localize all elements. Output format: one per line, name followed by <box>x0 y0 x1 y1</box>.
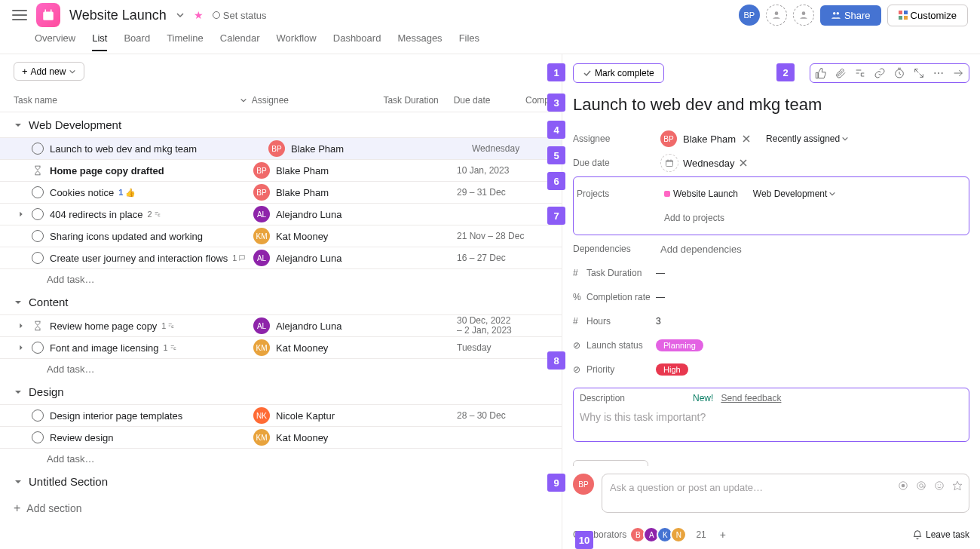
check-circle-icon[interactable] <box>32 230 44 242</box>
due-date-cell[interactable]: Wednesday <box>472 143 544 154</box>
assignee-name[interactable]: Blake Pham <box>683 133 736 145</box>
assignee-cell[interactable]: KMKat Mooney <box>253 228 386 244</box>
col-assignee[interactable]: Assignee <box>252 95 384 106</box>
assignee-cell[interactable]: ALAlejandro Luna <box>253 206 386 222</box>
tab-timeline[interactable]: Timeline <box>167 32 204 51</box>
tab-overview[interactable]: Overview <box>35 32 75 51</box>
remove-assignee-icon[interactable] <box>742 134 751 143</box>
custom-field-row[interactable]: %Completion rate— <box>573 285 969 309</box>
star-outline-icon[interactable] <box>952 480 963 491</box>
section-header[interactable]: Design <box>0 379 562 404</box>
task-row[interactable]: Review home page copy1 ALAlejandro Luna3… <box>0 314 562 336</box>
assignee-cell[interactable]: BPBlake Pham <box>268 140 401 157</box>
task-row[interactable]: Design interior page templatesNKNicole K… <box>0 404 562 426</box>
set-status-button[interactable]: Set status <box>213 10 267 21</box>
custom-field-row[interactable]: ⊘Launch statusPlanning <box>573 333 969 357</box>
col-duedate[interactable]: Due date <box>454 95 525 106</box>
section-header[interactable]: Untitled Section <box>0 469 562 494</box>
thumbs-up-icon[interactable] <box>815 67 827 79</box>
due-date-cell[interactable]: 29 – 31 Dec <box>457 187 529 198</box>
expand-icon[interactable] <box>17 344 25 351</box>
remove-date-icon[interactable] <box>739 158 748 167</box>
add-member-avatar[interactable] <box>766 5 787 26</box>
hamburger-icon[interactable] <box>12 10 27 20</box>
task-row[interactable]: Sharing icons updated and workingKMKat M… <box>0 225 562 247</box>
col-task-name[interactable]: Task name <box>14 95 57 106</box>
add-new-button[interactable]: + Add new <box>14 62 84 81</box>
add-dependencies-button[interactable]: Add dependencies <box>660 244 742 255</box>
description-input[interactable] <box>580 408 963 437</box>
tab-files[interactable]: Files <box>459 32 479 51</box>
add-collaborator-button[interactable]: + <box>715 527 730 542</box>
due-date-cell[interactable]: 10 Jan, 2023 <box>457 165 529 176</box>
collaborator-avatars[interactable]: B A K N <box>632 526 687 543</box>
assignee-cell[interactable]: KMKat Mooney <box>253 339 386 356</box>
task-row[interactable]: Launch to web dev and mkg teamBPBlake Ph… <box>0 137 562 159</box>
tab-workflow[interactable]: Workflow <box>277 32 317 51</box>
project-chip[interactable]: Website Launch <box>664 189 738 199</box>
check-circle-icon[interactable] <box>32 143 44 155</box>
custom-field-row[interactable]: #Hours3 <box>573 309 969 333</box>
chevron-down-icon[interactable] <box>240 97 247 104</box>
tab-calendar[interactable]: Calendar <box>220 32 260 51</box>
check-circle-icon[interactable] <box>32 409 44 422</box>
assignee-cell[interactable]: KMKat Mooney <box>253 429 386 446</box>
tab-messages[interactable]: Messages <box>397 32 442 51</box>
col-completion[interactable]: Comple <box>525 95 548 106</box>
record-icon[interactable] <box>898 480 908 491</box>
check-circle-icon[interactable] <box>32 431 44 443</box>
tab-dashboard[interactable]: Dashboard <box>333 32 381 51</box>
mark-complete-button[interactable]: Mark complete <box>573 63 664 83</box>
assignee-cell[interactable]: ALAlejandro Luna <box>253 250 386 266</box>
emoji-icon[interactable] <box>934 480 945 491</box>
check-circle-icon[interactable] <box>32 208 44 220</box>
task-detail-title[interactable]: Launch to web dev and mkg team <box>573 95 969 115</box>
tab-list[interactable]: List <box>92 32 107 51</box>
add-task-button[interactable]: Add task… <box>0 358 562 379</box>
task-row[interactable]: 404 redirects in place2 ALAlejandro Luna <box>0 203 562 225</box>
expand-icon[interactable] <box>17 210 25 218</box>
task-row[interactable]: Home page copy draftedBPBlake Pham10 Jan… <box>0 159 562 181</box>
project-icon[interactable] <box>36 3 60 27</box>
share-button[interactable]: Share <box>820 5 881 26</box>
attachment-icon[interactable] <box>835 67 847 79</box>
check-circle-icon[interactable] <box>32 342 44 354</box>
section-header[interactable]: Web Development <box>0 112 562 137</box>
task-row[interactable]: Font and image licensing1 KMKat MooneyTu… <box>0 336 562 358</box>
add-section-button[interactable]: + Add section <box>0 494 562 523</box>
check-circle-icon[interactable] <box>32 252 44 264</box>
custom-field-row[interactable]: ⊘PriorityHigh <box>573 357 969 382</box>
add-to-projects-button[interactable]: Add to projects <box>664 213 724 223</box>
expand-icon[interactable] <box>17 322 25 330</box>
link-icon[interactable] <box>874 67 886 79</box>
due-date-cell[interactable]: 16 – 27 Dec <box>457 253 529 263</box>
send-feedback-link[interactable]: Send feedback <box>721 393 781 403</box>
assignee-cell[interactable]: ALAlejandro Luna <box>253 317 386 334</box>
due-date-value[interactable]: Wednesday <box>683 158 734 169</box>
assignee-cell[interactable]: BPBlake Pham <box>253 184 386 201</box>
task-row[interactable]: Create user journey and interaction flow… <box>0 247 562 268</box>
more-icon[interactable] <box>933 67 945 79</box>
section-header[interactable]: Content <box>0 290 562 314</box>
assignee-cell[interactable]: NKNicole Kaptur <box>253 407 386 424</box>
assignee-cell[interactable]: BPBlake Pham <box>253 162 386 179</box>
star-icon[interactable]: ★ <box>194 9 204 21</box>
due-date-cell[interactable]: 30 Dec, 2022– 2 Jan, 2023 <box>457 316 529 336</box>
customize-button[interactable]: Customize <box>887 5 968 26</box>
custom-field-row[interactable]: #Task Duration— <box>573 261 969 285</box>
add-member-avatar[interactable] <box>793 5 814 26</box>
chevron-down-icon[interactable] <box>176 11 185 20</box>
col-duration[interactable]: Task Duration <box>383 95 453 106</box>
project-section-dropdown[interactable]: Web Development <box>753 189 837 199</box>
add-task-button[interactable]: Add task… <box>0 268 562 290</box>
mention-icon[interactable] <box>916 480 926 491</box>
add-subtask-button[interactable]: + Add subtask <box>573 460 648 466</box>
recently-assigned-dropdown[interactable]: Recently assigned <box>766 133 849 144</box>
fullscreen-icon[interactable] <box>913 67 925 79</box>
tab-board[interactable]: Board <box>124 32 150 51</box>
due-date-cell[interactable]: 21 Nov – 28 Dec <box>457 231 529 241</box>
task-row[interactable]: Cookies notice1 👍BPBlake Pham29 – 31 Dec <box>0 181 562 203</box>
timer-icon[interactable] <box>893 67 905 79</box>
leave-task-button[interactable]: Leave task <box>912 529 969 540</box>
task-row[interactable]: Review designKMKat Mooney <box>0 426 562 448</box>
